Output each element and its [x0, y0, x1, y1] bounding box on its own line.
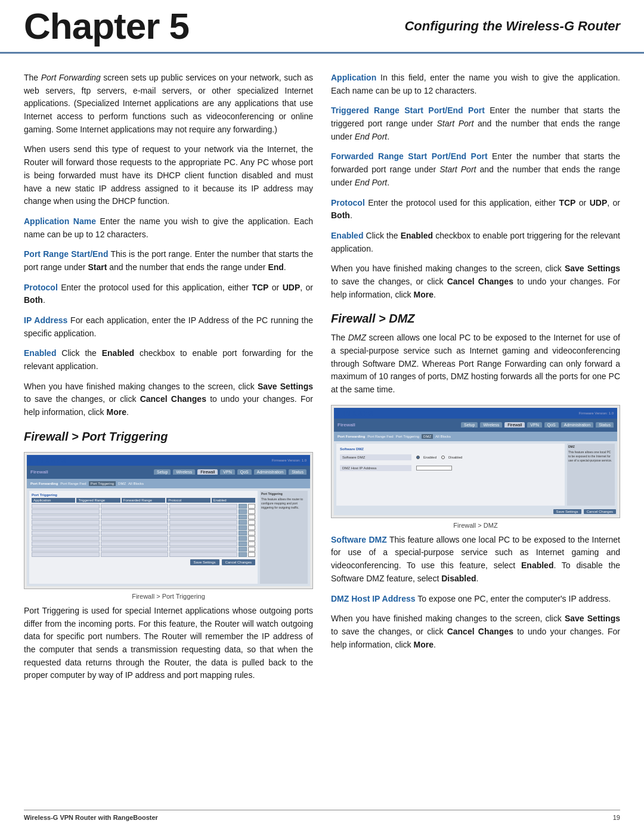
right-application-para: Application In this field, enter the nam…: [331, 72, 620, 97]
right-protocol-term: Protocol: [331, 198, 365, 208]
dmz-tab-setup: Setup: [461, 422, 478, 428]
right-column: Application In this field, enter the nam…: [331, 72, 620, 689]
protocol-para: Protocol Enter the protocol used for thi…: [24, 281, 313, 307]
dmz-form: Software DMZ Software DMZ Enabled Disabl…: [336, 444, 565, 506]
forwarded-range-para: Forwarded Range Start Port/End Port Ente…: [331, 150, 620, 189]
dmz-caption: Firewall > DMZ: [331, 522, 620, 529]
main-content: The Port Forwarding screen sets up publi…: [0, 54, 644, 707]
linksys-logo: LINKSYS: [30, 457, 67, 464]
firewall-port-heading: Firewall > Port Triggering: [24, 430, 313, 444]
dmz-ss-header: LINKSYS Firmware Version: 1.0: [334, 408, 617, 419]
software-dmz-para: Software DMZ This feature allows one loc…: [331, 534, 620, 586]
ss-tab-status: Status: [289, 469, 306, 475]
intro-para-2: When users send this type of request to …: [24, 143, 313, 208]
dmz-host-para: DMZ Host IP Address To expose one PC, en…: [331, 593, 620, 606]
dmz-host-input: [416, 466, 452, 470]
dmz-ss-nav: Firewall Setup Wireless Firewall VPN QoS…: [334, 419, 617, 432]
right-application-term: Application: [331, 73, 376, 82]
ss-tab-qos: QoS: [237, 469, 252, 475]
dmz-ip-row: DMZ Host IP Address: [340, 465, 561, 471]
right-enabled-para: Enabled Click the Enabled checkbox to en…: [331, 230, 620, 255]
save-para: When you have finished making changes to…: [24, 380, 313, 419]
ss-row-7: [32, 536, 255, 541]
ss-row-4: [32, 520, 255, 525]
dmz-save-btn: Save Settings: [553, 509, 581, 514]
firewall-dmz-heading: Firewall > DMZ: [331, 312, 620, 326]
dmz-buttons: Save Settings Cancel Changes: [334, 508, 617, 515]
intro-para-1: The Port Forwarding screen sets up publi…: [24, 72, 313, 136]
ss-table-header: Application Triggered Range Forwarded Ra…: [32, 498, 255, 503]
port-range-para: Port Range Start/End This is the port ra…: [24, 248, 313, 274]
ss-row-6: [32, 531, 255, 535]
ss-row-9: [32, 547, 255, 552]
enabled-para: Enabled Click the Enabled checkbox to en…: [24, 347, 313, 373]
port-range-term: Port Range Start/End: [24, 249, 108, 259]
dmz-tab-qos: QoS: [544, 422, 559, 428]
footer-page-number: 19: [613, 814, 620, 821]
ss-sub-nav: Port Forwarding Port Range Fwd Port Trig…: [27, 479, 310, 488]
dmz-radio-disabled: Disabled: [441, 456, 462, 459]
forwarded-range-term: Forwarded Range Start Port/End Port: [331, 151, 488, 161]
ip-address-term: IP Address: [24, 315, 67, 325]
right-save-para: When you have finished making changes to…: [331, 262, 620, 301]
footer-product-name: Wireless-G VPN Router with RangeBooster: [24, 814, 158, 821]
dmz-tab-vpn: VPN: [527, 422, 541, 428]
right-save-para-2: When you have finished making changes to…: [331, 612, 620, 651]
ss-th-proto: Protocol: [166, 498, 210, 503]
dmz-help-panel: DMZ This feature allows one local PC to …: [567, 444, 615, 506]
screenshot-inner: LINKSYS Firmware Version: 1.0 Firewall S…: [27, 455, 310, 586]
dmz-body: Software DMZ Software DMZ Enabled Disabl…: [334, 441, 617, 508]
application-name-para: Application Name Enter the name you wish…: [24, 215, 313, 241]
dmz-tab-wireless: Wireless: [480, 422, 502, 428]
ss-row-5: [32, 525, 255, 530]
left-column: The Port Forwarding screen sets up publi…: [24, 72, 313, 689]
dmz-linksys-logo: LINKSYS: [338, 410, 374, 417]
dmz-tab-admin: Administration: [561, 422, 593, 428]
ss-tab-setup: Setup: [154, 469, 171, 475]
dmz-tab-firewall: Firewall: [504, 422, 525, 428]
page-header: Chapter 5 Configuring the Wireless-G Rou…: [0, 0, 644, 54]
ss-tab-vpn: VPN: [220, 469, 234, 475]
dmz-radio-disabled-btn: [441, 456, 445, 459]
ss-save-btn: Save Settings: [190, 559, 219, 565]
dmz-software-label: Software DMZ: [340, 454, 411, 460]
dmz-screenshot: LINKSYS Firmware Version: 1.0 Firewall S…: [331, 405, 620, 518]
dmz-tab-status: Status: [596, 422, 614, 428]
dmz-sub-nav: Port Forwarding Port Range Fwd Port Trig…: [334, 432, 617, 441]
ip-address-para: IP Address For each application, enter t…: [24, 314, 313, 340]
ss-nav: Firewall Setup Wireless Firewall VPN QoS…: [27, 466, 310, 479]
software-dmz-term: Software DMZ: [331, 535, 387, 544]
dmz-radio-enabled: Enabled: [416, 456, 436, 459]
ss-row-2: [32, 509, 255, 514]
ss-th-enabled: Enabled: [212, 498, 255, 503]
ss-tab-admin: Administration: [254, 469, 286, 475]
port-triggering-para: Port Triggering is used for special Inte…: [24, 605, 313, 682]
enabled-term: Enabled: [24, 348, 56, 358]
port-triggering-caption: Firewall > Port Triggering: [24, 593, 313, 600]
ss-th-forwarded: Forwarded Range: [122, 498, 165, 503]
dmz-host-term: DMZ Host IP Address: [331, 594, 416, 603]
page-footer: Wireless-G VPN Router with RangeBooster …: [24, 810, 620, 821]
triggered-range-term: Triggered Range Start Port/End Port: [331, 106, 485, 115]
protocol-term: Protocol: [24, 283, 58, 292]
dmz-radio-enabled-btn: [416, 456, 420, 459]
dmz-host-label: DMZ Host IP Address: [340, 465, 411, 471]
ss-btn-row: Save Settings Cancel Changes: [32, 559, 255, 565]
ss-tab-wireless: Wireless: [173, 469, 195, 475]
port-triggering-screenshot: LINKSYS Firmware Version: 1.0 Firewall S…: [24, 452, 313, 589]
ss-th-appname: Application: [32, 498, 75, 503]
ss-header: LINKSYS Firmware Version: 1.0: [27, 455, 310, 466]
right-protocol-para: Protocol Enter the protocol used for thi…: [331, 197, 620, 222]
chapter-title: Configuring the Wireless-G Router: [189, 18, 620, 34]
dmz-intro-para: The DMZ screen allows one local PC to be…: [331, 332, 620, 396]
ss-body: Port Triggering Application Triggered Ra…: [27, 488, 310, 586]
ss-help-panel: Port Triggering This feature allows the …: [260, 491, 308, 584]
dmz-cancel-btn: Cancel Changes: [584, 509, 616, 514]
ss-row-8: [32, 541, 255, 546]
triggered-range-para: Triggered Range Start Port/End Port Ente…: [331, 104, 620, 143]
ss-row-3: [32, 515, 255, 519]
dmz-enabled-row: Software DMZ Enabled Disabled: [340, 454, 561, 460]
ss-cancel-btn: Cancel Changes: [222, 559, 255, 565]
ss-row-10: [32, 552, 255, 557]
ss-main: Port Triggering Application Triggered Ra…: [29, 491, 258, 584]
